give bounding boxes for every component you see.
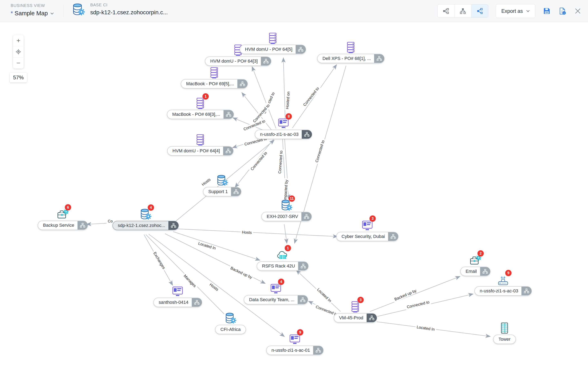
- n-ussfo-zi1-s-ac-03-right-node[interactable]: n-ussfo-zi1-s-ac-03: [475, 286, 532, 296]
- save-button[interactable]: [543, 7, 551, 15]
- backup-service-node[interactable]: Backup Service: [38, 221, 88, 230]
- org-chart-icon: [240, 81, 245, 86]
- zoom-out-button[interactable]: −: [13, 58, 24, 68]
- export-as-label: Export as: [501, 8, 523, 14]
- node-label: Support 1: [203, 189, 231, 194]
- support-1-node[interactable]: Support 1: [203, 187, 241, 196]
- org-chart-icon: [226, 112, 231, 117]
- org-chart-icon: [390, 234, 396, 239]
- macbook-69-5-node[interactable]: MacBook - PO# 69[5],...: [181, 79, 248, 89]
- database-gear-icon[interactable]: [225, 313, 236, 324]
- org-chart-icon: [301, 264, 306, 268]
- dell-xps-68-1-node[interactable]: Dell XPS - PO# 68[1], ...: [317, 54, 384, 63]
- expand-relationships-button[interactable]: [301, 212, 311, 221]
- node-label: Backup Service: [38, 223, 78, 228]
- data-security-team-node[interactable]: Data Security Team, ...: [244, 295, 308, 304]
- business-view-label: BUSINESS VIEW: [11, 3, 54, 8]
- exh-2007-srv-node[interactable]: EXH-2007-SRV: [261, 212, 311, 221]
- node-label: CFI-Africa: [216, 327, 246, 332]
- org-chart-icon: [304, 132, 310, 137]
- hvm-domu-64-4-node[interactable]: HVM domU - PO# 64[4]: [167, 146, 233, 156]
- map-name-dropdown[interactable]: * Sample Map: [11, 10, 54, 17]
- expand-relationships-button[interactable]: [223, 147, 233, 155]
- rsfs-rack-42u-node[interactable]: RSFS Rack 42U: [257, 261, 308, 271]
- node-label: Data Security Team, ...: [244, 297, 298, 302]
- node-label: Dell XPS - PO# 68[1], ...: [318, 56, 374, 61]
- node-label: MacBook - PO# 69[3],...: [167, 112, 224, 117]
- chevron-down-icon: [526, 10, 530, 12]
- expand-relationships-button[interactable]: [296, 45, 306, 54]
- alert-count-badge: 1: [285, 245, 291, 251]
- expand-relationships-button[interactable]: [231, 187, 241, 196]
- node-label: RSFS Rack 42U: [257, 263, 298, 269]
- expand-relationships-button[interactable]: [237, 80, 247, 88]
- layout-switcher: [437, 4, 488, 18]
- vertical-tree-layout-button[interactable]: [454, 4, 471, 17]
- node-label: n-ussfo-zi1-s-ac-03: [475, 288, 521, 294]
- expand-relationships-button[interactable]: [223, 110, 233, 119]
- server-icon[interactable]: [345, 42, 357, 53]
- server-icon[interactable]: [208, 67, 220, 79]
- fit-to-screen-button[interactable]: [13, 46, 24, 58]
- database-gear-icon[interactable]: [216, 175, 228, 187]
- hvm-domu-64-3-node[interactable]: HVM domU - PO# 64[3]: [205, 57, 271, 66]
- expand-relationships-button[interactable]: [168, 221, 179, 230]
- alert-count-badge: 4: [278, 279, 285, 285]
- relationship-map-canvas[interactable]: Connected toHosted onConnected toConnect…: [0, 0, 588, 367]
- cfi-africa-node[interactable]: CFI-Africa: [215, 325, 246, 334]
- expand-relationships-button[interactable]: [366, 314, 377, 322]
- expand-relationships-button[interactable]: [261, 57, 271, 66]
- server-icon[interactable]: [194, 134, 206, 146]
- node-label: Tower: [494, 337, 516, 342]
- vm-45-prod-node[interactable]: VM-45-Prod: [334, 313, 377, 323]
- horizontal-tree-layout-button[interactable]: [438, 4, 454, 17]
- expand-relationships-button[interactable]: [521, 287, 532, 295]
- expand-relationships-button[interactable]: [298, 295, 308, 304]
- zoom-in-button[interactable]: +: [13, 35, 24, 46]
- rack-icon[interactable]: [499, 322, 510, 334]
- sdp-k12-1-node[interactable]: sdp-k12-1.csez.zohoc...: [112, 221, 179, 230]
- santhosh-0414-node[interactable]: santhosh-0414: [153, 298, 202, 307]
- radial-layout-button[interactable]: [471, 4, 488, 17]
- tower-node[interactable]: Tower: [493, 334, 516, 344]
- export-as-button[interactable]: Export as: [496, 4, 535, 18]
- edge-sdp-k12-1--rsfs-rack-42u: [173, 232, 260, 260]
- macbook-69-3-node[interactable]: MacBook - PO# 69[3],...: [167, 110, 234, 119]
- node-label: MacBook - PO# 69[5],...: [181, 81, 237, 86]
- edge-label: Hosts: [241, 230, 253, 235]
- expand-relationships-button[interactable]: [480, 267, 490, 276]
- node-label: n-ussfo-zi1-s-ac-01: [267, 348, 313, 353]
- map-properties-button[interactable]: [558, 7, 566, 15]
- expand-relationships-button[interactable]: [302, 130, 312, 139]
- edge-layer: [0, 0, 588, 367]
- server-icon[interactable]: [267, 33, 279, 44]
- workstation-icon[interactable]: [172, 285, 183, 297]
- unsaved-marker: *: [11, 10, 13, 17]
- alert-count-badge: 9: [297, 329, 303, 336]
- expand-relationships-button[interactable]: [313, 346, 323, 355]
- org-chart-icon: [304, 214, 309, 219]
- org-chart-icon: [298, 47, 303, 52]
- org-chart-icon: [483, 269, 488, 274]
- node-label: HVM domU - PO# 64[5]: [240, 47, 296, 52]
- alert-count-badge: 8: [286, 113, 292, 120]
- expand-relationships-button[interactable]: [192, 298, 202, 307]
- org-chart-icon: [226, 149, 231, 153]
- expand-relationships-button[interactable]: [298, 262, 309, 270]
- email-node[interactable]: Email: [460, 267, 490, 276]
- n-ussfo-zi1-s-ac-01-node[interactable]: n-ussfo-zi1-s-ac-01: [266, 346, 323, 355]
- hvm-domu-64-5-node[interactable]: HVM domU - PO# 64[5]: [240, 45, 306, 54]
- expand-relationships-button[interactable]: [77, 221, 87, 230]
- expand-relationships-button[interactable]: [374, 54, 384, 63]
- save-icon: [543, 7, 551, 15]
- radial-layout-icon: [476, 8, 483, 14]
- cyber-security-dubai-node[interactable]: Cyber Security, Dubai: [336, 232, 398, 241]
- document-info-icon: [558, 7, 566, 15]
- close-button[interactable]: [574, 7, 582, 15]
- org-chart-icon: [524, 289, 529, 293]
- edge-exh-2007-srv--rsfs-rack-42u: [284, 224, 287, 243]
- edge-sdp-k12-1--cyber-security-dubai: [175, 229, 337, 236]
- expand-relationships-button[interactable]: [388, 232, 398, 241]
- n-ussfo-zi1-s-ac-03-center-node[interactable]: n-ussfo-zi1-s-ac-03: [255, 130, 312, 139]
- org-chart-icon: [369, 315, 374, 320]
